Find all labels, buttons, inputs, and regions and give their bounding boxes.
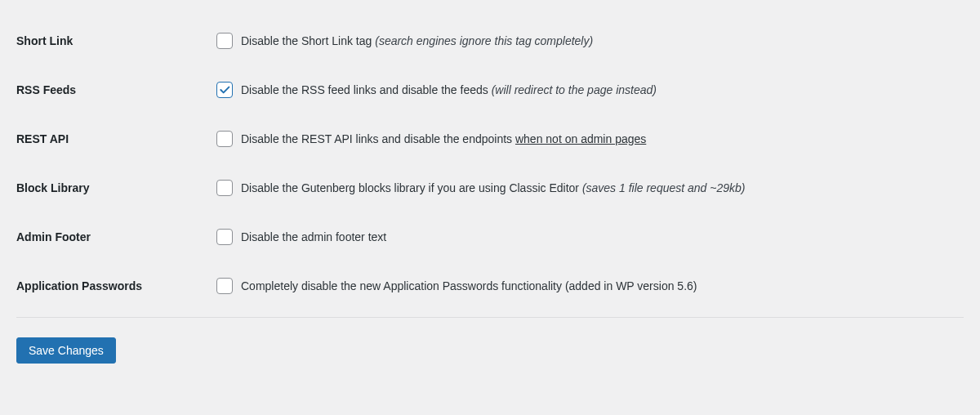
setting-description: Disable the admin footer text	[241, 230, 386, 243]
setting-label-short-link: Short Link	[16, 16, 216, 65]
settings-row-rss-feeds: RSS Feeds Disable the RSS feed links and…	[16, 65, 964, 114]
checkbox-application-passwords[interactable]	[216, 278, 233, 294]
settings-table: Short Link Disable the Short Link tag (s…	[16, 16, 964, 310]
settings-row-rest-api: REST API Disable the REST API links and …	[16, 114, 964, 163]
checkbox-label-rest-api[interactable]: Disable the REST API links and disable t…	[216, 131, 956, 147]
setting-description: Completely disable the new Application P…	[241, 279, 697, 292]
checkbox-block-library[interactable]	[216, 180, 233, 196]
save-button[interactable]: Save Changes	[16, 337, 116, 364]
checkbox-short-link[interactable]	[216, 33, 233, 49]
settings-row-application-passwords: Application Passwords Completely disable…	[16, 261, 964, 310]
settings-row-short-link: Short Link Disable the Short Link tag (s…	[16, 16, 964, 65]
setting-label-application-passwords: Application Passwords	[16, 261, 216, 310]
settings-row-block-library: Block Library Disable the Gutenberg bloc…	[16, 163, 964, 212]
checkbox-label-short-link[interactable]: Disable the Short Link tag (search engin…	[216, 33, 956, 49]
settings-row-admin-footer: Admin Footer Disable the admin footer te…	[16, 212, 964, 261]
checkbox-rest-api[interactable]	[216, 131, 233, 147]
setting-description: Disable the REST API links and disable t…	[241, 132, 646, 145]
setting-label-block-library: Block Library	[16, 163, 216, 212]
checkbox-label-block-library[interactable]: Disable the Gutenberg blocks library if …	[216, 180, 956, 196]
checkbox-admin-footer[interactable]	[216, 229, 233, 245]
setting-label-rss-feeds: RSS Feeds	[16, 65, 216, 114]
setting-label-admin-footer: Admin Footer	[16, 212, 216, 261]
setting-description: Disable the Short Link tag (search engin…	[241, 34, 593, 47]
checkbox-label-admin-footer[interactable]: Disable the admin footer text	[216, 229, 956, 245]
setting-description: Disable the Gutenberg blocks library if …	[241, 181, 746, 194]
checkbox-label-rss-feeds[interactable]: Disable the RSS feed links and disable t…	[216, 82, 956, 98]
divider	[16, 317, 964, 318]
setting-description: Disable the RSS feed links and disable t…	[241, 83, 657, 96]
checkbox-rss-feeds[interactable]	[216, 82, 233, 98]
checkbox-label-application-passwords[interactable]: Completely disable the new Application P…	[216, 278, 956, 294]
check-icon	[218, 83, 231, 96]
setting-label-rest-api: REST API	[16, 114, 216, 163]
